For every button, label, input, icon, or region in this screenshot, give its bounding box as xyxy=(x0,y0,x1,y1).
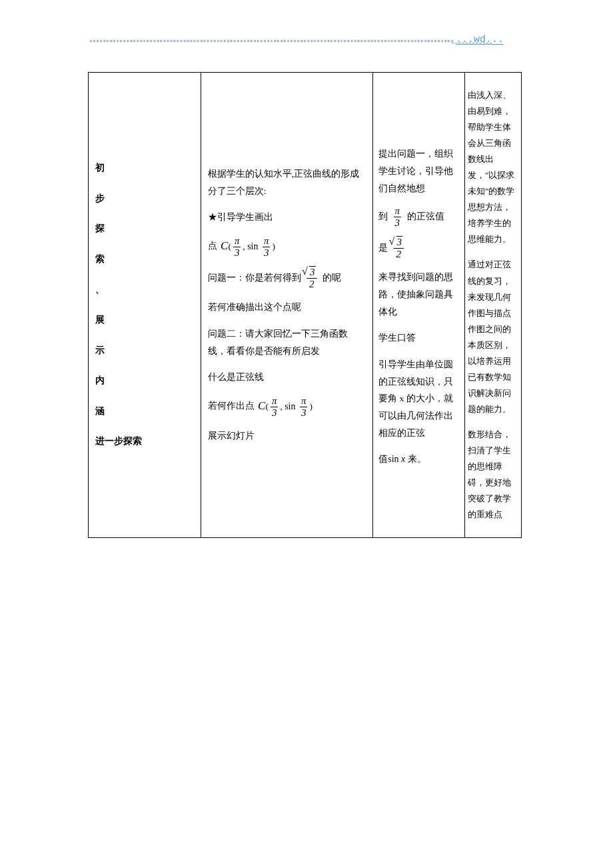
design-intent-cell: 由浅入深、由易到难，帮助学生体会从三角函数线出发，"以探求未知"的数学思想方法，… xyxy=(465,73,522,538)
text: 问题一：你是若何得到 xyxy=(208,273,301,283)
lesson-plan-table: 初 步 探 索 、 展 示 内 涵 进一步探索 根据学生的认知水平,正弦曲线的形… xyxy=(88,72,522,538)
para: 到 π3 的正弦值 xyxy=(378,206,459,228)
para: 数形结合，扫清了学生的思维障碍，更好地突破了教学的重难点 xyxy=(468,427,518,523)
math-expr: 32 xyxy=(392,237,406,259)
math-expr: π3 xyxy=(392,206,404,228)
para: 展示幻灯片 xyxy=(208,427,366,445)
para: ★引导学生画出 xyxy=(208,209,366,226)
teacher-activity-cell: 根据学生的认知水平,正弦曲线的形成分了三个层次: ★引导学生画出 点 C(π3,… xyxy=(201,73,373,538)
text: 是 xyxy=(378,243,388,253)
stage-last-line: 进一步探索 xyxy=(95,433,194,451)
para: 若何准确描出这个点呢 xyxy=(208,299,366,316)
stage-char: 内 xyxy=(95,372,194,390)
header-dashed-line xyxy=(90,40,453,42)
para: 来寻找到问题的思路，使抽象问题具体化 xyxy=(378,269,459,320)
header-wd: ...wd... xyxy=(456,31,504,49)
stage-label-cell: 初 步 探 索 、 展 示 内 涵 进一步探索 xyxy=(89,73,201,538)
para: 引导学生由单位圆的正弦线知识，只要角 x 的大小，就可以由几何法作出相应的正弦 xyxy=(378,356,459,441)
stage-char: 示 xyxy=(95,342,194,360)
text: 点 xyxy=(208,241,217,251)
math-expr: C(π3, sin π3) xyxy=(221,235,275,258)
stage-char: 展 xyxy=(95,311,194,329)
stage-char: 、 xyxy=(95,281,194,299)
para: 若何作出点 C(π3, sin π3) xyxy=(208,395,366,418)
para: 由浅入深、由易到难，帮助学生体会从三角函数线出发，"以探求未知"的数学思想方法，… xyxy=(468,87,518,247)
para: 是 32 xyxy=(378,237,459,259)
stage-char: 步 xyxy=(95,190,194,208)
stage-char: 探 xyxy=(95,220,194,238)
para: 点 C(π3, sin π3) xyxy=(208,235,366,258)
student-activity-cell: 提出问题一，组织学生讨论，引导他们自然地想 到 π3 的正弦值 是 32 来寻找… xyxy=(373,73,465,538)
para: 值sin x 来。 xyxy=(378,451,459,469)
text: 值 xyxy=(378,454,388,464)
text: 若何作出点 xyxy=(208,401,255,411)
para: 什么是正弦线 xyxy=(208,369,366,386)
text: 到 xyxy=(378,211,388,221)
para: 通过对正弦线的复习，来发现几何作图与描点作图之间的本质区别，以培养运用已有数学知… xyxy=(468,257,518,417)
math-expr: 32 xyxy=(305,267,319,289)
math-expr: C(π3, sin π3) xyxy=(258,395,312,418)
para: 学生口答 xyxy=(378,329,459,347)
text: 来。 xyxy=(408,454,426,464)
para: 问题二：请大家回忆一下三角函数线，看看你是否能有所启发 xyxy=(208,325,366,359)
text: 的呢 xyxy=(322,273,341,283)
stage-char: 涵 xyxy=(95,403,194,421)
para: 提出问题一，组织学生讨论，引导他们自然地想 xyxy=(378,145,459,197)
para: 根据学生的认知水平,正弦曲线的形成分了三个层次: xyxy=(208,165,366,199)
table-row: 初 步 探 索 、 展 示 内 涵 进一步探索 根据学生的认知水平,正弦曲线的形… xyxy=(89,73,522,538)
text: 的正弦值 xyxy=(407,211,444,221)
stage-char: 索 xyxy=(95,251,194,269)
stage-char: 初 xyxy=(95,159,194,177)
math-expr: sin x xyxy=(388,454,405,464)
para: 问题一：你是若何得到 32 的呢 xyxy=(208,267,366,289)
